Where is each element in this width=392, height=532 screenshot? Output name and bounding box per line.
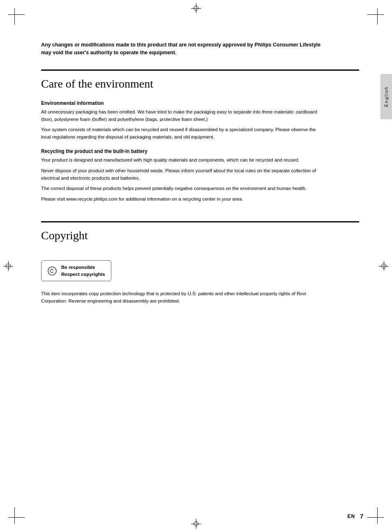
- section-heading-copyright: Copyright: [41, 229, 359, 242]
- reg-mark-top-left: [8, 8, 29, 29]
- page-number: 7: [360, 513, 363, 520]
- copyright-body-text: This item incorporates copy protection t…: [41, 290, 321, 305]
- copyright-badge-text: Be responsible Respect copyrights: [61, 264, 105, 278]
- page: English Any changes or modifications mad…: [0, 0, 392, 532]
- page-number-area: EN 7: [348, 513, 363, 520]
- recycling-para-1: Your product is designed and manufacture…: [41, 157, 321, 164]
- section-heading-environment: Care of the environment: [41, 77, 359, 90]
- svg-point-0: [48, 267, 56, 275]
- intro-text: Any changes or modifications made to thi…: [41, 41, 321, 57]
- crosshair-right: [379, 261, 389, 271]
- recycling-para-3: The correct disposal of these products h…: [41, 185, 321, 192]
- reg-mark-top-right: [363, 8, 384, 29]
- env-info-para-1: All unnecessary packaging has been omitt…: [41, 109, 321, 123]
- crosshair-bottom: [191, 519, 201, 529]
- language-label: English: [384, 86, 389, 107]
- recycling-para-4: Please visit www.recycle.philips.com for…: [41, 196, 321, 203]
- reg-mark-bottom-right: [363, 503, 384, 524]
- copyright-badge: Be responsible Respect copyrights: [41, 260, 111, 281]
- crosshair-left: [3, 261, 13, 271]
- env-info-para-2: Your system consists of materials which …: [41, 126, 321, 141]
- page-label: EN: [348, 513, 355, 519]
- section-divider-copyright: [41, 221, 359, 222]
- sub-heading-environmental-info: Environmental information: [41, 100, 359, 106]
- copyright-badge-line1: Be responsible: [61, 265, 95, 270]
- crosshair-top: [191, 3, 201, 13]
- reg-mark-bottom-left: [8, 503, 29, 524]
- main-content: Any changes or modifications made to thi…: [41, 41, 359, 499]
- section-divider-environment: [41, 69, 359, 71]
- sub-heading-recycling: Recycling the product and the built-in b…: [41, 148, 359, 154]
- copyright-icon: [47, 266, 57, 276]
- language-tab: English: [380, 74, 392, 119]
- recycling-para-2: Never dispose of your product with other…: [41, 167, 321, 182]
- copyright-badge-line2: Respect copyrights: [61, 272, 105, 277]
